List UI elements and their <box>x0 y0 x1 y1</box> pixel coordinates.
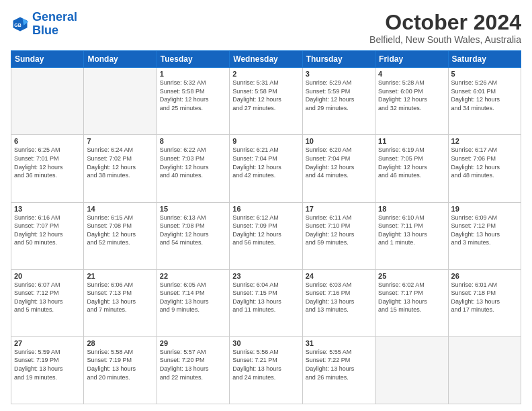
calendar-day-cell: 6Sunrise: 6:25 AM Sunset: 7:01 PM Daylig… <box>11 135 84 202</box>
day-info: Sunrise: 6:17 AM Sunset: 7:06 PM Dayligh… <box>451 146 518 179</box>
day-info: Sunrise: 5:29 AM Sunset: 5:59 PM Dayligh… <box>306 79 372 112</box>
weekday-header: Monday <box>84 51 157 68</box>
day-number: 18 <box>378 205 445 213</box>
calendar-day-cell: 12Sunrise: 6:17 AM Sunset: 7:06 PM Dayli… <box>448 135 521 202</box>
calendar-day-cell: 19Sunrise: 6:09 AM Sunset: 7:12 PM Dayli… <box>448 202 521 269</box>
day-info: Sunrise: 6:20 AM Sunset: 7:04 PM Dayligh… <box>306 146 372 179</box>
day-number: 5 <box>451 70 518 78</box>
day-number: 6 <box>14 137 81 145</box>
day-info: Sunrise: 6:15 AM Sunset: 7:08 PM Dayligh… <box>87 214 153 247</box>
calendar-day-cell <box>375 336 448 404</box>
day-info: Sunrise: 6:04 AM Sunset: 7:15 PM Dayligh… <box>232 281 299 314</box>
day-info: Sunrise: 5:28 AM Sunset: 6:00 PM Dayligh… <box>378 79 445 112</box>
page: GB General Blue October 2024 Belfield, N… <box>0 0 532 411</box>
weekday-header: Saturday <box>448 51 521 68</box>
day-number: 22 <box>160 272 226 280</box>
weekday-header: Wednesday <box>230 51 302 68</box>
title-block: October 2024 Belfield, New South Wales, … <box>369 11 521 45</box>
logo-icon: GB <box>11 15 30 34</box>
calendar-day-cell: 14Sunrise: 6:15 AM Sunset: 7:08 PM Dayli… <box>84 202 157 269</box>
calendar-day-cell <box>84 68 157 135</box>
day-info: Sunrise: 6:19 AM Sunset: 7:05 PM Dayligh… <box>378 146 445 179</box>
calendar-day-cell: 9Sunrise: 6:21 AM Sunset: 7:04 PM Daylig… <box>230 135 302 202</box>
calendar-day-cell: 25Sunrise: 6:02 AM Sunset: 7:17 PM Dayli… <box>375 269 448 336</box>
day-info: Sunrise: 6:22 AM Sunset: 7:03 PM Dayligh… <box>160 146 226 179</box>
main-title: October 2024 <box>369 11 521 34</box>
calendar-week-row: 27Sunrise: 5:59 AM Sunset: 7:19 PM Dayli… <box>11 336 521 404</box>
calendar-day-cell: 4Sunrise: 5:28 AM Sunset: 6:00 PM Daylig… <box>375 68 448 135</box>
calendar-day-cell: 13Sunrise: 6:16 AM Sunset: 7:07 PM Dayli… <box>11 202 84 269</box>
calendar-day-cell: 11Sunrise: 6:19 AM Sunset: 7:05 PM Dayli… <box>375 135 448 202</box>
calendar-day-cell: 24Sunrise: 6:03 AM Sunset: 7:16 PM Dayli… <box>302 269 375 336</box>
day-number: 17 <box>306 205 372 213</box>
calendar-week-row: 1Sunrise: 5:32 AM Sunset: 5:58 PM Daylig… <box>11 68 521 135</box>
day-info: Sunrise: 6:09 AM Sunset: 7:12 PM Dayligh… <box>451 214 518 247</box>
day-info: Sunrise: 5:26 AM Sunset: 6:01 PM Dayligh… <box>451 79 518 112</box>
day-number: 13 <box>14 205 81 213</box>
day-number: 11 <box>378 137 445 145</box>
day-number: 27 <box>14 339 81 347</box>
logo-text: General Blue <box>32 11 77 38</box>
day-number: 1 <box>160 70 226 78</box>
calendar-week-row: 20Sunrise: 6:07 AM Sunset: 7:12 PM Dayli… <box>11 269 521 336</box>
day-info: Sunrise: 6:25 AM Sunset: 7:01 PM Dayligh… <box>14 146 81 179</box>
calendar-day-cell: 3Sunrise: 5:29 AM Sunset: 5:59 PM Daylig… <box>302 68 375 135</box>
day-info: Sunrise: 6:24 AM Sunset: 7:02 PM Dayligh… <box>87 146 153 179</box>
calendar-day-cell: 15Sunrise: 6:13 AM Sunset: 7:08 PM Dayli… <box>157 202 229 269</box>
calendar-day-cell: 7Sunrise: 6:24 AM Sunset: 7:02 PM Daylig… <box>84 135 157 202</box>
day-info: Sunrise: 6:13 AM Sunset: 7:08 PM Dayligh… <box>160 214 226 247</box>
day-number: 29 <box>160 339 226 347</box>
calendar-day-cell: 31Sunrise: 5:55 AM Sunset: 7:22 PM Dayli… <box>302 336 375 404</box>
svg-text:GB: GB <box>14 22 21 27</box>
calendar-day-cell: 28Sunrise: 5:58 AM Sunset: 7:19 PM Dayli… <box>84 336 157 404</box>
calendar-week-row: 6Sunrise: 6:25 AM Sunset: 7:01 PM Daylig… <box>11 135 521 202</box>
calendar-week-row: 13Sunrise: 6:16 AM Sunset: 7:07 PM Dayli… <box>11 202 521 269</box>
day-number: 28 <box>87 339 153 347</box>
day-info: Sunrise: 5:58 AM Sunset: 7:19 PM Dayligh… <box>87 348 153 381</box>
day-info: Sunrise: 6:03 AM Sunset: 7:16 PM Dayligh… <box>306 281 372 314</box>
day-number: 24 <box>306 272 372 280</box>
day-number: 23 <box>232 272 299 280</box>
calendar-day-cell: 10Sunrise: 6:20 AM Sunset: 7:04 PM Dayli… <box>302 135 375 202</box>
calendar-day-cell: 29Sunrise: 5:57 AM Sunset: 7:20 PM Dayli… <box>157 336 229 404</box>
day-info: Sunrise: 6:05 AM Sunset: 7:14 PM Dayligh… <box>160 281 226 314</box>
day-info: Sunrise: 6:02 AM Sunset: 7:17 PM Dayligh… <box>378 281 445 314</box>
calendar-day-cell: 18Sunrise: 6:10 AM Sunset: 7:11 PM Dayli… <box>375 202 448 269</box>
calendar-day-cell: 5Sunrise: 5:26 AM Sunset: 6:01 PM Daylig… <box>448 68 521 135</box>
day-info: Sunrise: 6:12 AM Sunset: 7:09 PM Dayligh… <box>232 214 299 247</box>
calendar-day-cell: 1Sunrise: 5:32 AM Sunset: 5:58 PM Daylig… <box>157 68 229 135</box>
day-info: Sunrise: 5:59 AM Sunset: 7:19 PM Dayligh… <box>14 348 81 381</box>
day-info: Sunrise: 6:06 AM Sunset: 7:13 PM Dayligh… <box>87 281 153 314</box>
day-info: Sunrise: 5:32 AM Sunset: 5:58 PM Dayligh… <box>160 79 226 112</box>
day-number: 20 <box>14 272 81 280</box>
day-number: 2 <box>232 70 299 78</box>
subtitle: Belfield, New South Wales, Australia <box>369 34 521 45</box>
calendar-day-cell: 8Sunrise: 6:22 AM Sunset: 7:03 PM Daylig… <box>157 135 229 202</box>
day-number: 30 <box>232 339 299 347</box>
day-info: Sunrise: 5:31 AM Sunset: 5:58 PM Dayligh… <box>232 79 299 112</box>
day-number: 25 <box>378 272 445 280</box>
day-number: 9 <box>232 137 299 145</box>
day-number: 26 <box>451 272 518 280</box>
day-number: 12 <box>451 137 518 145</box>
day-info: Sunrise: 6:11 AM Sunset: 7:10 PM Dayligh… <box>306 214 372 247</box>
day-number: 15 <box>160 205 226 213</box>
calendar-day-cell: 21Sunrise: 6:06 AM Sunset: 7:13 PM Dayli… <box>84 269 157 336</box>
weekday-header: Tuesday <box>157 51 229 68</box>
logo-blue: Blue <box>32 24 58 37</box>
day-number: 7 <box>87 137 153 145</box>
day-number: 31 <box>306 339 372 347</box>
day-number: 10 <box>306 137 372 145</box>
weekday-header: Thursday <box>302 51 375 68</box>
day-info: Sunrise: 5:55 AM Sunset: 7:22 PM Dayligh… <box>306 348 372 381</box>
calendar-day-cell: 2Sunrise: 5:31 AM Sunset: 5:58 PM Daylig… <box>230 68 302 135</box>
day-number: 4 <box>378 70 445 78</box>
day-info: Sunrise: 6:10 AM Sunset: 7:11 PM Dayligh… <box>378 214 445 247</box>
day-number: 8 <box>160 137 226 145</box>
day-number: 14 <box>87 205 153 213</box>
weekday-header: Sunday <box>11 51 84 68</box>
logo-general: General <box>32 10 77 24</box>
calendar-day-cell <box>11 68 84 135</box>
calendar-day-cell: 26Sunrise: 6:01 AM Sunset: 7:18 PM Dayli… <box>448 269 521 336</box>
calendar-day-cell: 23Sunrise: 6:04 AM Sunset: 7:15 PM Dayli… <box>230 269 302 336</box>
